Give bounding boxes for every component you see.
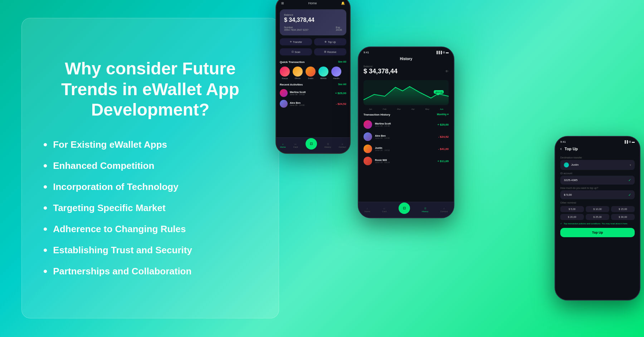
- id-input[interactable]: 3225-4385 ✓: [560, 176, 635, 185]
- topup-icon: ⊕: [325, 40, 327, 43]
- amount-5[interactable]: $ 5,00: [560, 206, 584, 212]
- receive-label: Receive: [327, 51, 336, 53]
- id-check-icon: ✓: [628, 178, 631, 182]
- phone3-screen: 9:41 ▐▐ ⊟ ▬ ‹ Top Up Destination transfe…: [555, 137, 640, 300]
- p2-nav-home[interactable]: ⌂ Home: [365, 207, 370, 213]
- topup-submit-btn[interactable]: Top Up: [560, 228, 635, 237]
- tx-alex-date: June 28 · 14:00: [290, 104, 334, 106]
- p2-tx-alex: Alex Ben June 28 · 14:00 - $24,52: [358, 131, 454, 143]
- scan-nav-icon: ⊡: [310, 142, 313, 146]
- tx-alex-name: Alex Ben: [290, 102, 334, 104]
- receive-btn[interactable]: ⊞ Receive: [314, 48, 346, 55]
- p2-avatar-martina: [364, 120, 372, 129]
- terms-section: ✓ Top transaction policies and condition…: [560, 222, 635, 225]
- scan-icon: ⊡: [292, 50, 294, 53]
- p2-avatar-justin: [364, 145, 372, 153]
- p2-nav-card-label: Card: [382, 210, 387, 213]
- scan-btn[interactable]: ⊡ Scan: [280, 48, 312, 55]
- card-icon: ▭: [294, 143, 297, 145]
- p2-tx-justin-name: Justin: [375, 147, 435, 149]
- avatar-mithila: Mithila: [318, 67, 328, 79]
- phone2-balance-label: Balance: [364, 65, 449, 68]
- transfer-btn[interactable]: ✈ Transfer: [280, 38, 312, 45]
- phone3-topup: 9:41 ▐▐ ⊟ ▬ ‹ Top Up Destination transfe…: [555, 136, 640, 301]
- p2-contact-icon: ☺: [443, 207, 445, 210]
- chart-label-feb: Feb: [383, 108, 386, 110]
- amount-input[interactable]: $ 5,00 ✓: [560, 190, 635, 199]
- terms-check-icon: ✓: [560, 223, 562, 225]
- amount-25[interactable]: $ 25,00: [586, 214, 609, 220]
- p2-tx-rosie-name: Rosie Will: [375, 159, 435, 161]
- avatar-dhruv-img: [293, 67, 303, 77]
- contact-icon: ☺: [341, 143, 343, 145]
- amount-15[interactable]: $ 15,00: [611, 206, 635, 212]
- list-item: Adherence to Changing Rules: [43, 223, 257, 236]
- p2-avatar-rosie: [364, 157, 372, 165]
- chart-label-mar: Mar: [397, 108, 401, 110]
- phone3-signal-icon: ▐▐ ⊟ ▬: [624, 140, 635, 143]
- p2-nav-scan[interactable]: ⊡: [399, 202, 410, 214]
- p2-nav-history[interactable]: ☷ History: [422, 207, 429, 213]
- amount-30[interactable]: $ 30,00: [611, 214, 635, 220]
- p2-tx-justin: Justin June 28 · 10:52 - $41,00: [358, 143, 454, 155]
- phone2-screen: 9:41 ▐▐▐ ⊟ ▬ History Balance $ 34,378,44…: [358, 47, 454, 218]
- avatar-kavya-name: Kavya: [282, 77, 288, 79]
- p2-scan-icon: ⊡: [403, 206, 406, 210]
- phone3-title: Top Up: [565, 147, 578, 151]
- svg-text:+$12.00: +$12.00: [435, 91, 443, 93]
- p2-nav-contact-label: Contact: [440, 210, 448, 213]
- nav-card[interactable]: ▭ Card: [293, 143, 298, 148]
- id-field: ID account 3225-4385 ✓: [560, 172, 635, 185]
- back-btn[interactable]: ‹: [560, 146, 562, 151]
- phone3-header: ‹ Top Up: [555, 145, 640, 154]
- destination-chevron-icon: ▾: [630, 163, 631, 167]
- p2-nav-history-label: History: [422, 210, 429, 213]
- recent-see-all[interactable]: See All: [338, 83, 346, 86]
- receive-icon: ⊞: [324, 50, 326, 53]
- phone2-history: 9:41 ▐▐▐ ⊟ ▬ History Balance $ 34,378,44…: [358, 47, 454, 218]
- amount-10[interactable]: $ 10,00: [586, 206, 609, 212]
- phone2-title: History: [358, 55, 454, 62]
- tx-martina-info: Martina Scott June 28 · 14:10: [290, 91, 333, 96]
- avatar-hardin: Hardin: [331, 67, 341, 79]
- phone2-status: 9:41 ▐▐▐ ⊟ ▬: [358, 47, 454, 55]
- nav-card-label: Card: [293, 146, 298, 148]
- p2-nav-contact[interactable]: ☺ Contact: [440, 207, 448, 213]
- destination-input[interactable]: Justin ▾: [560, 160, 635, 170]
- history-icon: ☷: [327, 143, 329, 145]
- nav-home[interactable]: ⌂ Home: [280, 143, 286, 148]
- phone1-title: Home: [308, 1, 317, 5]
- amount-label: How much do you want to top up?: [560, 187, 635, 189]
- chart-label-jun: Jun: [440, 108, 443, 110]
- avatar-dhruv-name: Dhruv: [295, 77, 301, 79]
- phone3-time: 9:41: [560, 140, 566, 143]
- destination-value: Justin: [564, 162, 579, 167]
- nav-scan[interactable]: ⊡: [306, 138, 317, 150]
- nav-history[interactable]: ☷ History: [325, 143, 331, 148]
- p2-nav-card[interactable]: ▭ Card: [382, 207, 387, 213]
- avatar-hardin-img: [331, 67, 341, 77]
- id-label: ID account: [560, 172, 635, 175]
- tx-alex-amount: - $24,52: [336, 102, 346, 106]
- destination-label: Destination transfer: [560, 156, 635, 159]
- phone2-nav: ⌂ Home ▭ Card ⊡ ☷ History ☺ Contact: [358, 202, 454, 218]
- phone2-time: 9:41: [364, 51, 369, 54]
- phone2-chart-labels: Jan Feb Mar Apr May Jun: [358, 107, 454, 111]
- chart-label-apr: Apr: [411, 108, 415, 110]
- avatar-justin-img: [306, 67, 316, 77]
- transfer-icon: ✈: [290, 40, 292, 43]
- terms-link[interactable]: here.: [623, 223, 628, 225]
- topup-btn[interactable]: ⊕ Top Up: [314, 38, 346, 45]
- phone1-nav: ⌂ Home ▭ Card ⊡ ☷ History ☺ Contact: [276, 137, 350, 153]
- main-title: Why consider Future Trends in eWallet Ap…: [43, 58, 257, 120]
- avatar-justin: Justin: [306, 67, 316, 79]
- quick-tx-see-all[interactable]: See All: [338, 60, 346, 64]
- topup-label: Top Up: [328, 41, 336, 43]
- nav-contact[interactable]: ☺ Contact: [339, 143, 346, 148]
- tx-martina-name: Martina Scott: [290, 91, 333, 93]
- home-icon: ⌂: [282, 143, 284, 145]
- p2-tx-martina-amount: + $29,00: [438, 123, 449, 126]
- amount-20[interactable]: $ 20,00: [560, 214, 584, 220]
- phone1-screen: ⊞ Home 🔔 Balance $ 34,378,44 Number 3554…: [276, 0, 350, 153]
- phone1-exp-value: 24/26: [336, 29, 342, 31]
